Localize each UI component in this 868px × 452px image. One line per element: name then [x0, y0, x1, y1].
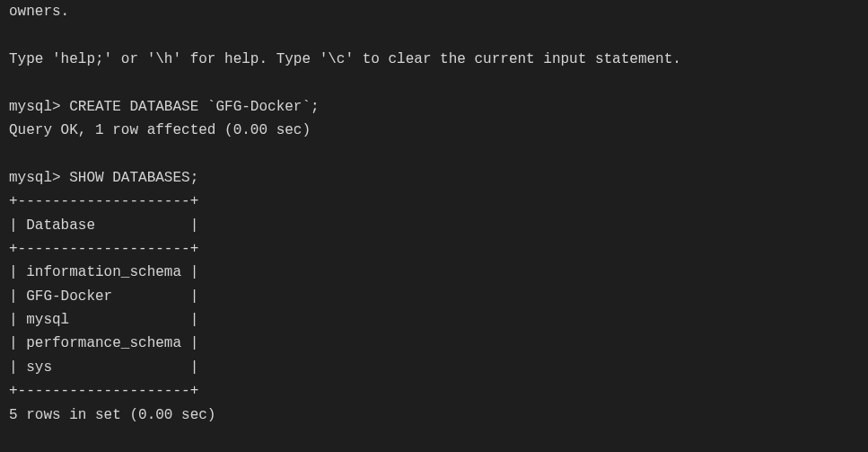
mysql-prompt-create: mysql> CREATE DATABASE `GFG-Docker`; [9, 99, 320, 115]
query-result: 5 rows in set (0.00 sec) [9, 407, 215, 423]
mysql-prompt-show: mysql> SHOW DATABASES; [9, 170, 198, 186]
table-row: | GFG-Docker | [9, 288, 198, 305]
owners-line: owners. [9, 4, 69, 20]
table-row: | performance_schema | [9, 335, 198, 351]
table-border: +--------------------+ [9, 383, 198, 399]
terminal-output[interactable]: owners. Type 'help;' or '\h' for help. T… [9, 0, 859, 452]
table-header: | Database | [9, 217, 198, 234]
table-border: +--------------------+ [9, 193, 198, 209]
table-row: | information_schema | [9, 264, 198, 280]
table-border: +--------------------+ [9, 241, 198, 257]
table-row: | sys | [9, 359, 198, 376]
query-result: Query OK, 1 row affected (0.00 sec) [9, 122, 311, 138]
table-row: | mysql | [9, 312, 198, 328]
help-line: Type 'help;' or '\h' for help. Type '\c'… [9, 51, 681, 67]
